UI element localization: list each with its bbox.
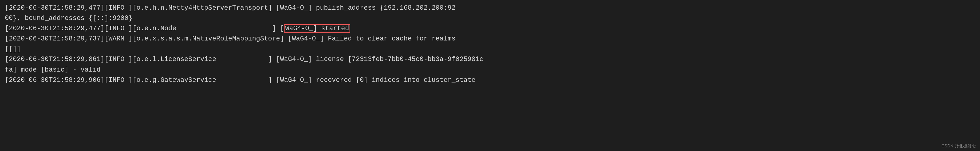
log-line-8: [2020-06-30T21:58:29,906][INFO ][o.e.g.G…: [5, 75, 975, 86]
log-line-4: [2020-06-30T21:58:29,737][WARN ][o.e.x.s…: [5, 34, 975, 44]
terminal-window: [2020-06-30T21:58:29,477][INFO ][o.e.h.n…: [0, 0, 980, 151]
log-line-3: [2020-06-30T21:58:29,477][INFO ][o.e.n.N…: [5, 24, 975, 34]
log-line-7: fa] mode [basic] - valid: [5, 65, 975, 75]
log-line-2: 00}, bound_addresses {[::]:9200}: [5, 13, 975, 24]
log-line-5: [[]]: [5, 44, 975, 54]
log-line-6: [2020-06-30T21:58:29,861][INFO ][o.e.l.L…: [5, 54, 975, 65]
log-line-3-before: [2020-06-30T21:58:29,477][INFO ][o.e.n.N…: [5, 25, 284, 32]
watermark: CSDN @北极射念: [941, 143, 976, 149]
highlight-started: WaG4-O_] started: [284, 24, 350, 33]
log-line-1: [2020-06-30T21:58:29,477][INFO ][o.e.h.n…: [5, 3, 975, 13]
